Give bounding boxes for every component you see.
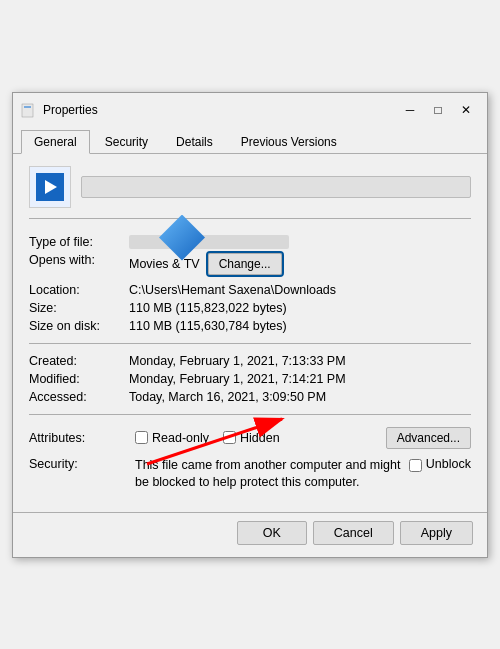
divider-1	[29, 343, 471, 344]
security-label: Security:	[29, 457, 129, 471]
minimize-button[interactable]: ─	[397, 99, 423, 121]
footer: OK Cancel Apply	[13, 512, 487, 557]
tab-security[interactable]: Security	[92, 130, 161, 154]
accessed-value: Today, March 16, 2021, 3:09:50 PM	[129, 388, 471, 406]
modified-value: Monday, February 1, 2021, 7:14:21 PM	[129, 370, 471, 388]
title-bar: Properties ─ □ ✕	[13, 93, 487, 125]
size-value: 110 MB (115,823,022 bytes)	[129, 299, 471, 317]
created-label: Created:	[29, 352, 129, 370]
file-name-box	[81, 176, 471, 198]
tab-general[interactable]: General	[21, 130, 90, 154]
type-label: Type of file:	[29, 233, 129, 251]
info-table-2: Location: C:\Users\Hemant Saxena\Downloa…	[29, 281, 471, 335]
change-button[interactable]: Change...	[208, 253, 282, 275]
attributes-label: Attributes:	[29, 431, 129, 445]
unblock-label: Unblock	[426, 457, 471, 471]
size-on-disk-value: 110 MB (115,630,784 bytes)	[129, 317, 471, 335]
hidden-label: Hidden	[240, 431, 280, 445]
dialog-title: Properties	[43, 103, 98, 117]
tab-details[interactable]: Details	[163, 130, 226, 154]
opens-with-label: Opens with:	[29, 251, 129, 277]
window-icon	[21, 102, 37, 118]
ok-button[interactable]: OK	[237, 521, 307, 545]
media-diamond	[159, 215, 205, 261]
readonly-checkbox[interactable]	[135, 431, 148, 444]
title-bar-left: Properties	[21, 102, 98, 118]
security-row: Security: This file came from another co…	[29, 453, 471, 496]
attributes-checkboxes: Read-only Hidden	[135, 431, 380, 445]
security-text: This file came from another computer and…	[135, 457, 403, 492]
info-table: Type of file: Opens with: Movies & TV Ch…	[29, 233, 471, 277]
file-icon-inner	[36, 173, 64, 201]
tab-bar: General Security Details Previous Versio…	[13, 125, 487, 154]
maximize-button[interactable]: □	[425, 99, 451, 121]
divider-2	[29, 414, 471, 415]
created-value: Monday, February 1, 2021, 7:13:33 PM	[129, 352, 471, 370]
hidden-checkbox-label[interactable]: Hidden	[223, 431, 280, 445]
close-button[interactable]: ✕	[453, 99, 479, 121]
advanced-button[interactable]: Advanced...	[386, 427, 471, 449]
unblock-area: Unblock	[409, 457, 471, 472]
location-value: C:\Users\Hemant Saxena\Downloads	[129, 281, 471, 299]
apply-button[interactable]: Apply	[400, 521, 473, 545]
cancel-button[interactable]: Cancel	[313, 521, 394, 545]
size-on-disk-label: Size on disk:	[29, 317, 129, 335]
tab-previous-versions[interactable]: Previous Versions	[228, 130, 350, 154]
location-label: Location:	[29, 281, 129, 299]
file-icon	[29, 166, 71, 208]
properties-dialog: Properties ─ □ ✕ General Security Detail…	[12, 92, 488, 558]
info-table-3: Created: Monday, February 1, 2021, 7:13:…	[29, 352, 471, 406]
hidden-checkbox[interactable]	[223, 431, 236, 444]
title-bar-controls: ─ □ ✕	[397, 99, 479, 121]
attributes-row: Attributes: Read-only Hidden Advanced...	[29, 423, 471, 453]
svg-rect-1	[24, 106, 31, 108]
size-label: Size:	[29, 299, 129, 317]
file-header	[29, 166, 471, 219]
svg-rect-0	[22, 104, 33, 117]
unblock-checkbox[interactable]	[409, 459, 422, 472]
readonly-label: Read-only	[152, 431, 209, 445]
readonly-checkbox-label[interactable]: Read-only	[135, 431, 209, 445]
play-icon	[45, 180, 57, 194]
media-icon-overlay	[159, 215, 205, 261]
content-area: Type of file: Opens with: Movies & TV Ch…	[13, 154, 487, 508]
modified-label: Modified:	[29, 370, 129, 388]
accessed-label: Accessed:	[29, 388, 129, 406]
